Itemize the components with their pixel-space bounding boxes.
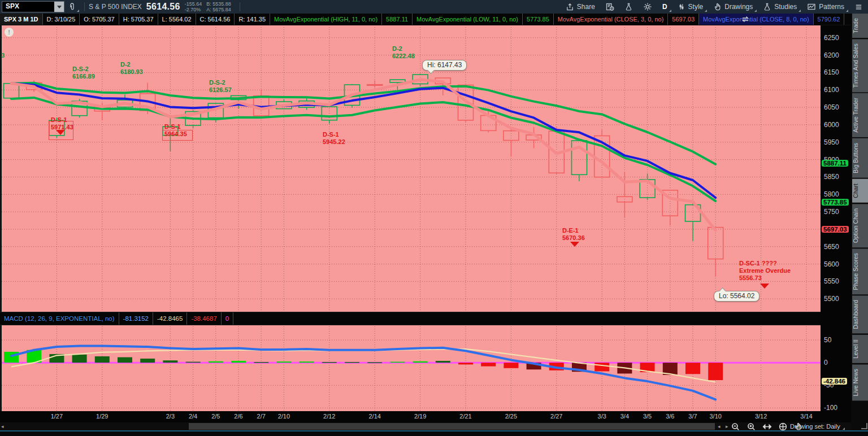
sidebar-tab-phase-scores[interactable]: Phase Scores (852, 248, 868, 294)
timeframe-button[interactable]: D (657, 0, 672, 14)
bid-ask-block: B: 5535.88 A: 5675.84 (206, 1, 231, 12)
ma-line-low-11 (11, 98, 715, 201)
style-button[interactable]: Style (672, 0, 709, 14)
ohlc-cell-4: C: 5614.56 (196, 14, 235, 25)
pan-left-icon[interactable]: ◂ (718, 424, 721, 429)
last-price: 5614.56 (146, 2, 180, 12)
time-axis-label: 2/27 (544, 413, 569, 420)
macd-value-1: -42.8465 (153, 312, 187, 325)
menu-button[interactable] (849, 0, 868, 14)
left-edge-ruler (0, 25, 2, 411)
sidebar-tab-dashboard[interactable]: Dashboard (852, 295, 868, 333)
sidebar-tab-big-buttons[interactable]: Big Buttons (852, 138, 868, 178)
chart-canvas[interactable] (0, 0, 821, 430)
candle-body (163, 127, 178, 135)
candle-body (708, 228, 723, 259)
chart-notes-button[interactable] (600, 0, 619, 14)
macd-histogram-bar (300, 361, 314, 363)
time-axis-label: 3/12 (749, 413, 774, 420)
gadget-tab-rail: TradeTimes And SalesActive TraderBig But… (851, 14, 868, 430)
study-value-0: 5887.11 (382, 14, 413, 25)
sidebar-tab-times-and-sales[interactable]: Times And Sales (852, 39, 868, 92)
sidebar-tab-chart[interactable]: Chart (852, 179, 868, 203)
candle-body (49, 120, 64, 136)
time-axis-label: 3/14 (794, 413, 819, 420)
time-axis[interactable]: 1/271/292/32/42/52/62/72/102/122/142/192… (0, 411, 821, 422)
zoom-in-icon[interactable] (747, 422, 756, 431)
price-axis-label: 5650 (824, 243, 839, 251)
time-axis-label: 3/3 (589, 413, 614, 420)
macd-histogram-bar (458, 363, 473, 364)
time-axis-label: 2/25 (498, 413, 523, 420)
macd-histogram-bar (708, 363, 723, 380)
time-axis-label: 1/29 (90, 413, 115, 420)
hamburger-menu-icon (854, 3, 863, 11)
time-axis-label: 2/4 (181, 413, 206, 420)
drawings-button[interactable]: Drawings (708, 0, 758, 14)
scroll-left-icon[interactable]: ◂ (1, 424, 4, 429)
link-paperclip-icon[interactable] (64, 0, 80, 14)
time-axis-label: 2/19 (408, 413, 433, 420)
chart-swap-icon[interactable] (740, 14, 750, 24)
price-axis-label: 5950 (824, 138, 839, 146)
macd-value-0: -81.3152 (119, 312, 153, 325)
sidebar-tab-live-news[interactable]: Live News (852, 364, 868, 400)
price-bubble: 5773.85 (822, 199, 849, 206)
price-axis-label: 6000 (824, 121, 839, 129)
macd-histogram-bar (140, 359, 155, 363)
settings-button[interactable] (638, 0, 657, 14)
thinkorswim-app: SPX S & P 500 INDEX 5614.56 -155.64 -2.7… (0, 0, 868, 436)
net-change: -155.64 (185, 1, 202, 7)
patterns-button[interactable]: Patterns (802, 0, 849, 14)
time-axis-label: 3/5 (635, 413, 660, 420)
macd-study-label[interactable]: MACD (12, 26, 9, EXPONENTIAL, no) (0, 312, 119, 325)
analysis-tools-button[interactable] (619, 0, 638, 14)
symbol-combobox[interactable]: SPX (2, 1, 64, 12)
price-axis[interactable]: 6250620061506100605060005950590058505800… (821, 25, 851, 422)
horizontal-scrollbar[interactable]: ◂ ◂ ▸ Drawing set: Daily (0, 422, 851, 430)
time-axis-label: 2/7 (249, 413, 274, 420)
candle-body (4, 84, 19, 98)
study-label-2[interactable]: MovAvgExponential (CLOSE, 3, 0, no) (554, 14, 669, 25)
horizontal-expand-icon[interactable] (762, 422, 772, 431)
flask-icon (763, 2, 771, 11)
macd-header: MACD (12, 26, 9, EXPONENTIAL, no)-81.315… (0, 312, 821, 325)
sidebar-tab-active-trader[interactable]: Active Trader (852, 93, 868, 137)
studies-button[interactable]: Studies (758, 0, 802, 14)
macd-histogram-bar (322, 362, 337, 363)
macd-histogram-bar (504, 363, 518, 368)
macd-histogram-bar (231, 361, 246, 363)
sidebar-tab-level-ii[interactable]: Level II (852, 335, 868, 363)
resize-grip-icon[interactable] (861, 423, 867, 429)
info-icon[interactable]: ! (5, 28, 14, 37)
top-toolbar: SPX S & P 500 INDEX 5614.56 -155.64 -2.7… (0, 0, 868, 14)
study-label-1[interactable]: MovAvgExponential (LOW, 11, 0, no) (413, 14, 523, 25)
study-label-3[interactable]: MovAvgExponential (CLOSE, 8, 0, no) (699, 14, 814, 25)
time-axis-label: 3/4 (612, 413, 637, 420)
macd-axis-label: -100 (824, 404, 837, 412)
macd-axis-label: 50 (824, 336, 831, 344)
pan-mode-icon[interactable] (778, 422, 788, 431)
sidebar-tab-trade[interactable]: Trade (852, 14, 868, 38)
patterns-icon (807, 2, 816, 11)
style-icon (678, 2, 685, 11)
macd-main-line (11, 346, 715, 400)
scrollbar-thumb[interactable] (189, 423, 715, 430)
macd-histogram-bar (390, 362, 405, 363)
symbol-dropdown-button[interactable] (54, 2, 64, 12)
share-button[interactable]: Share (561, 0, 600, 14)
ohlc-cell-3: L: 5564.02 (158, 14, 196, 25)
price-axis-label: 6150 (824, 68, 839, 76)
zoom-out-icon[interactable] (731, 422, 740, 431)
chart-data-strip: SPX 3 M 1DD: 3/10/25O: 5705.37H: 5705.37… (0, 14, 851, 25)
price-axis-label: 5550 (824, 277, 839, 285)
sidebar-tab-option-chain[interactable]: Option Chain (852, 204, 868, 247)
symbol-input[interactable]: SPX (2, 2, 54, 12)
study-label-0[interactable]: MovAvgExponential (HIGH, 11, 0, no) (270, 14, 382, 25)
price-axis-label: 6250 (824, 34, 839, 42)
pan-right-icon[interactable]: ▸ (726, 424, 728, 429)
ohlc-cell-0: D: 3/10/25 (43, 14, 80, 25)
time-axis-label: 3/6 (658, 413, 683, 420)
drawing-set-selector[interactable]: Drawing set: Daily (790, 423, 840, 430)
time-axis-label: 3/10 (703, 413, 728, 420)
